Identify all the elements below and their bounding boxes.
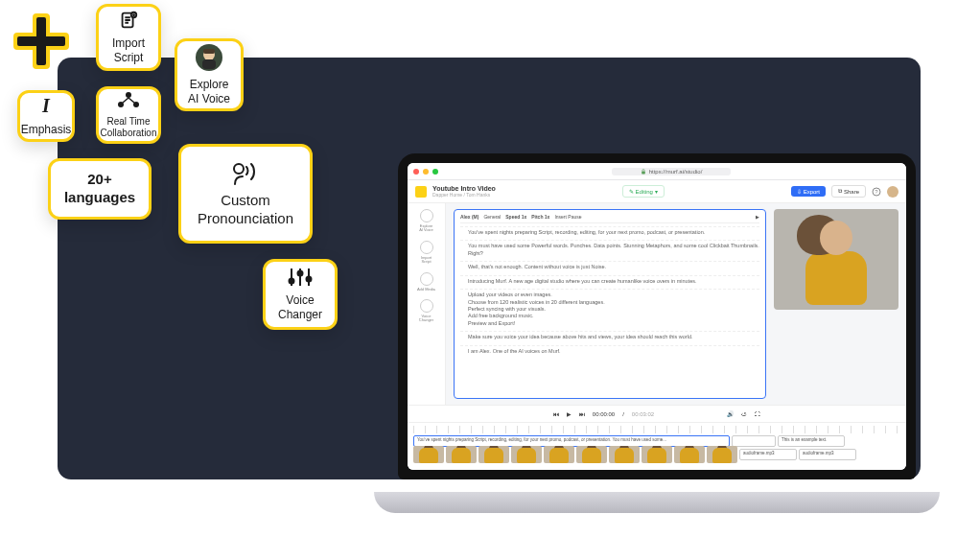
tab-general[interactable]: General <box>483 214 501 220</box>
sidebar-item-explore[interactable]: Explore AI Voice <box>419 209 433 233</box>
timeline: You've spent nights preparing Script, re… <box>408 422 906 470</box>
share-button[interactable]: ⧉ Share <box>831 185 866 198</box>
script-line[interactable]: You must have used some Powerful words. … <box>460 240 759 261</box>
speak-icon <box>229 159 262 186</box>
svg-point-15 <box>298 271 303 276</box>
transport-bar: ⏮ ▶ ⏭ 00:00:00 / 00:03:02 🔊 ⭯ ⛶ <box>408 405 906 422</box>
svg-point-16 <box>307 277 312 282</box>
logo-icon <box>415 186 427 198</box>
audio-clip[interactable]: audioframe.mp3 <box>739 449 797 460</box>
italic-icon: I <box>42 95 50 117</box>
editing-pill[interactable]: ✎ Editing ▾ <box>622 185 665 198</box>
document-plus-icon <box>118 10 139 31</box>
plus-icon <box>10 10 73 73</box>
svg-rect-8 <box>202 59 216 69</box>
svg-rect-17 <box>642 171 645 174</box>
app-sidebar: Explore AI Voice Import Script Add Media… <box>408 203 446 405</box>
preview-thumbnail[interactable] <box>774 209 898 310</box>
video-thumb[interactable] <box>642 446 672 463</box>
feature-label: Custom Pronounciation <box>192 192 299 228</box>
svg-rect-3 <box>17 36 65 46</box>
export-button[interactable]: ⇩ Export <box>791 186 826 197</box>
insert-pause[interactable]: Insert Pause <box>554 214 581 220</box>
close-dot[interactable] <box>413 169 419 175</box>
script-line[interactable]: Well, that's not enough. Content without… <box>460 261 759 274</box>
video-thumb[interactable] <box>609 446 640 463</box>
url-text: https://murf.ai/studio/ <box>649 169 703 175</box>
skip-back-icon[interactable]: ⏮ <box>553 411 559 417</box>
script-line[interactable]: You've spent nights preparing Script, re… <box>460 226 759 240</box>
volume-icon[interactable]: 🔊 <box>727 410 734 417</box>
svg-point-10 <box>126 92 131 98</box>
feature-explore-ai-voice[interactable]: Explore AI Voice <box>175 38 244 111</box>
lock-icon <box>641 169 646 175</box>
video-thumb[interactable] <box>707 446 737 463</box>
video-thumb[interactable] <box>446 446 477 463</box>
script-toolbar: Alex (M) General Speed 1x Pitch 1x Inser… <box>460 214 759 223</box>
voice-select[interactable]: Alex (M) <box>460 214 478 220</box>
feature-label: Voice Changer <box>272 293 328 322</box>
play-icon[interactable]: ▶ <box>567 410 572 417</box>
play-line-icon[interactable]: ▶ <box>756 214 759 220</box>
script-panel: Alex (M) General Speed 1x Pitch 1x Inser… <box>454 209 766 399</box>
url-bar[interactable]: https://murf.ai/studio/ <box>612 168 732 175</box>
audio-clip[interactable]: audioframe.mp3 <box>799 449 856 460</box>
feature-collaboration[interactable]: Real Time Collaboration <box>96 86 161 144</box>
team-icon <box>116 91 141 110</box>
script-line[interactable]: I am Alex. One of the AI voices on Murf. <box>460 345 759 359</box>
video-thumb[interactable] <box>413 446 444 463</box>
svg-rect-9 <box>203 49 215 54</box>
text-clip[interactable] <box>732 435 776 447</box>
skip-fwd-icon[interactable]: ⏭ <box>579 411 585 417</box>
feature-label: Emphasis <box>15 123 78 137</box>
feature-label: 20+ languages <box>58 171 141 207</box>
svg-point-13 <box>234 164 244 174</box>
svg-text:?: ? <box>875 189 878 195</box>
breadcrumb: Dapper Home / Tom Hanks <box>432 192 496 198</box>
feature-languages[interactable]: 20+ languages <box>48 158 152 220</box>
feature-import-script[interactable]: Import Script <box>96 4 161 71</box>
sidebar-item-changer[interactable]: Voice Changer <box>419 299 433 323</box>
project-title: Youtube Intro Video <box>432 185 496 192</box>
video-thumb[interactable] <box>674 446 705 463</box>
feature-label: Explore AI Voice <box>182 78 236 106</box>
video-thumb[interactable] <box>576 446 607 463</box>
max-dot[interactable] <box>432 169 438 175</box>
min-dot[interactable] <box>423 169 429 175</box>
video-thumb[interactable] <box>544 446 574 463</box>
time-total: 00:03:02 <box>632 411 654 417</box>
feature-label: Import Script <box>106 36 151 65</box>
avatar-icon <box>195 43 223 72</box>
help-icon[interactable]: ? <box>872 187 881 197</box>
fullscreen-icon[interactable]: ⛶ <box>755 411 760 417</box>
sidebar-item-media[interactable]: Add Media <box>417 272 435 292</box>
feature-custom-pronunciation[interactable]: Custom Pronounciation <box>178 144 313 244</box>
sidebar-item-import[interactable]: Import Script <box>420 241 433 265</box>
script-line[interactable]: Make sure you voice your idea because ab… <box>460 331 759 344</box>
video-thumb[interactable] <box>478 446 509 463</box>
text-clip[interactable]: This is an example text. <box>778 435 845 447</box>
app-header: Youtube Intro Video Dapper Home / Tom Ha… <box>408 180 906 203</box>
svg-point-14 <box>290 279 294 284</box>
laptop-mockup: https://murf.ai/studio/ Youtube Intro Vi… <box>374 149 940 513</box>
browser-bar: https://murf.ai/studio/ <box>408 163 906 180</box>
video-track: audioframe.mp3 audioframe.mp3 <box>413 449 900 460</box>
feature-label: Real Time Collaboration <box>95 116 163 140</box>
script-line[interactable]: Upload your videos or even images. Choos… <box>460 289 759 331</box>
user-avatar[interactable] <box>887 186 898 198</box>
feature-emphasis[interactable]: I Emphasis <box>17 90 75 142</box>
timeline-ruler[interactable] <box>413 426 900 433</box>
equalizer-icon <box>287 267 314 288</box>
time-current: 00:00:00 <box>593 411 615 417</box>
pitch-control[interactable]: Pitch 1x <box>531 214 549 220</box>
script-line[interactable]: Introducing Murf. A new age digital stud… <box>460 275 759 289</box>
preview-pane <box>774 209 898 399</box>
video-thumb[interactable] <box>511 446 542 463</box>
speed-control[interactable]: Speed 1x <box>505 214 526 220</box>
feature-voice-changer[interactable]: Voice Changer <box>263 259 338 330</box>
loop-icon[interactable]: ⭯ <box>741 411 747 417</box>
